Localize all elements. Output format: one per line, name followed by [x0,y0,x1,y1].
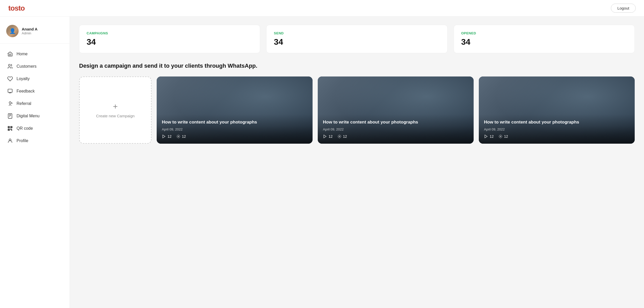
stat-card-campaigns: CAMPAIGNS 34 [79,25,260,53]
sidebar-item-qr-code-label: QR code [17,126,33,131]
sidebar-item-profile-label: Profile [17,138,28,143]
svg-point-0 [9,64,10,66]
campaign-send-stat-0: 12 [162,134,172,138]
sidebar-item-customers-label: Customers [17,64,36,69]
campaign-title-0: How to write content about your photogra… [162,119,307,125]
campaign-send-stat-1: 12 [323,134,333,138]
svg-rect-12 [9,129,9,130]
stat-label-campaigns: CAMPAIGNS [87,31,253,35]
stat-value-send: 34 [274,37,440,47]
stat-value-opened: 34 [461,37,627,47]
svg-rect-9 [8,129,10,130]
campaign-open-stat-2: 12 [498,134,508,138]
digital-menu-icon [7,113,13,119]
new-campaign-label: Create new Campaign [96,114,134,118]
send-icon-2 [484,134,488,138]
stats-row: CAMPAIGNS 34 SEND 34 OPENED 34 [79,25,635,53]
sidebar-item-feedback[interactable]: Feedback [0,85,70,97]
referral-icon [7,101,13,106]
campaign-card-0[interactable]: How to write content about your photogra… [157,76,313,144]
main-content: CAMPAIGNS 34 SEND 34 OPENED 34 Design a … [70,17,644,308]
sidebar-item-qr-code[interactable]: QR code [0,122,70,135]
home-icon [7,51,13,57]
user-name: Anand A [22,27,37,31]
campaign-send-stat-2: 12 [484,134,494,138]
plus-icon: + [113,102,118,111]
feedback-icon [7,88,13,94]
campaign-title-2: How to write content about your photogra… [484,119,630,125]
campaign-open-stat-0: 12 [176,134,186,138]
qr-code-icon [7,126,13,131]
campaigns-row: + Create new Campaign How to write conte… [79,76,635,144]
stat-card-send: SEND 34 [266,25,447,53]
stat-card-opened: OPENED 34 [454,25,635,53]
sidebar-item-referral-label: Referral [17,101,31,106]
campaign-date-2: April 09, 2022 [484,127,630,131]
svg-rect-7 [8,126,10,128]
new-campaign-card[interactable]: + Create new Campaign [79,76,151,144]
svg-point-19 [500,136,501,137]
tagline: Design a campaign and send it to your cl… [79,63,635,69]
campaign-open-stat-1: 12 [337,134,347,138]
campaign-card-2[interactable]: How to write content about your photogra… [479,76,635,144]
campaign-date-0: April 09, 2022 [162,127,307,131]
svg-rect-11 [11,127,12,128]
svg-point-2 [9,102,11,104]
sidebar: 👤 Anand A Admin Home Customers [0,17,70,308]
svg-marker-16 [324,135,326,138]
svg-point-17 [339,136,340,137]
sidebar-item-home-label: Home [17,52,28,56]
sidebar-nav: Home Customers Loyalty Fee [0,48,70,147]
svg-point-15 [178,136,179,137]
logo: tosto [8,4,25,12]
layout: 👤 Anand A Admin Home Customers [0,17,644,308]
open-icon-0 [176,134,180,138]
customers-icon [7,64,13,69]
stat-label-opened: OPENED [461,31,627,35]
campaign-card-1[interactable]: How to write content about your photogra… [318,76,474,144]
avatar: 👤 [6,25,19,37]
svg-marker-18 [485,135,487,138]
open-icon-1 [337,134,342,138]
sidebar-item-feedback-label: Feedback [17,89,35,94]
sidebar-item-loyalty-label: Loyalty [17,76,30,81]
sidebar-item-customers[interactable]: Customers [0,60,70,73]
profile-icon [7,138,13,144]
sidebar-item-loyalty[interactable]: Loyalty [0,73,70,85]
user-section: 👤 Anand A Admin [0,23,70,44]
send-icon-0 [162,134,166,138]
svg-rect-10 [9,127,9,128]
user-role: Admin [22,31,37,35]
stat-label-send: SEND [274,31,440,35]
svg-rect-8 [11,126,12,128]
campaign-title-1: How to write content about your photogra… [323,119,468,125]
sidebar-item-profile[interactable]: Profile [0,135,70,147]
header: tosto Logout [0,0,644,17]
send-icon-1 [323,134,327,138]
svg-rect-3 [8,114,12,118]
sidebar-item-digital-menu[interactable]: Digital Menu [0,110,70,122]
open-icon-2 [498,134,503,138]
stat-value-campaigns: 34 [87,37,253,47]
sidebar-item-referral[interactable]: Referral [0,97,70,110]
campaign-date-1: April 09, 2022 [323,127,468,131]
sidebar-item-home[interactable]: Home [0,48,70,60]
sidebar-item-digital-menu-label: Digital Menu [17,114,40,118]
loyalty-icon [7,76,13,82]
logout-button[interactable]: Logout [611,4,636,13]
svg-rect-1 [8,89,12,93]
svg-marker-14 [163,135,165,138]
